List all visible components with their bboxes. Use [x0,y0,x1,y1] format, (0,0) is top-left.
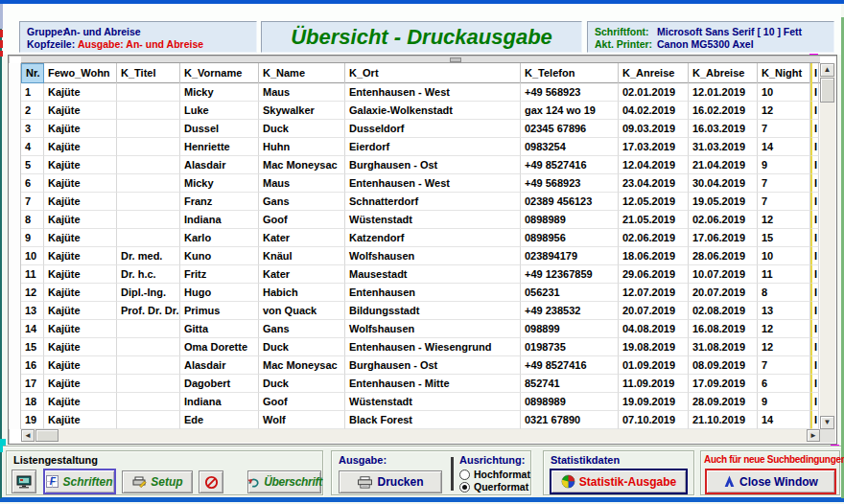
table-cell[interactable]: 12.05.2019 [619,193,689,211]
table-cell[interactable]: 28.06.2019 [689,247,758,265]
table-cell[interactable]: Dipl.-Ing. [117,284,180,302]
column-header-k_anreise[interactable]: K_Anreise [619,63,689,83]
table-cell[interactable]: 13 [758,302,810,320]
table-cell[interactable]: 18 [21,393,44,411]
disable-button[interactable] [199,470,223,493]
table-cell[interactable]: 21.04.2019 [689,156,758,174]
table-cell[interactable]: +49 12367859 [521,265,619,284]
table-cell[interactable] [117,338,180,356]
table-cell[interactable]: Micky [180,174,259,193]
table-cell[interactable]: 02.08.2019 [689,302,758,320]
table-cell[interactable]: Franz [180,193,259,211]
table-cell[interactable]: 3 [21,120,44,138]
table-cell[interactable]: Galaxie-Wolkenstadt [345,102,521,120]
table-cell[interactable]: 15 [758,229,810,247]
table-cell[interactable]: Kajüte [44,393,117,411]
radio-querformat[interactable]: Querformat [459,481,528,493]
table-row[interactable]: 7KajüteFranzGansSchnatterdorf02389 45612… [21,193,820,211]
table-cell[interactable]: 12.07.2019 [619,284,689,302]
table-cell[interactable]: 02.06.2019 [689,211,758,229]
table-cell[interactable]: Kajüte [44,102,117,120]
column-header-k_night[interactable]: K_Night [758,63,810,83]
table-cell[interactable]: 1 [21,83,44,102]
table-row[interactable]: 18KajüteIndianaGoofWüstenstadt089898919.… [21,393,820,411]
column-header-k_vorname[interactable]: K_Vorname [180,63,259,83]
table-cell[interactable]: 0321 67890 [521,411,619,429]
table-cell[interactable]: Kajüte [44,138,117,156]
table-cell[interactable]: Wolfshausen [345,247,521,265]
table-cell[interactable]: 14 [758,138,810,156]
table-cell[interactable] [117,120,180,138]
table-cell[interactable]: 12 [758,338,810,356]
table-cell[interactable]: Henriette [180,138,259,156]
table-cell[interactable]: 20.07.2019 [619,302,689,320]
table-cell[interactable]: 6 [758,375,810,393]
radio-circle[interactable] [459,470,470,480]
table-cell[interactable]: Gans [259,320,345,338]
table-cell[interactable]: Ede [180,411,259,429]
table-cell[interactable]: Duck [259,338,345,356]
table-cell[interactable]: Entenhausen - Mitte [345,375,521,393]
table-cell[interactable]: Wolfshausen [345,320,521,338]
table-cell[interactable]: Kajüte [44,411,117,429]
column-header-fewo_wohn[interactable]: Fewo_Wohn [44,63,117,83]
table-cell[interactable]: 20.07.2019 [689,284,758,302]
table-row[interactable]: 2KajüteLukeSkywalkerGalaxie-Wolkenstadtg… [21,102,820,120]
table-row[interactable]: 14KajüteGittaGansWolfshausen09889904.08.… [21,320,820,338]
table-cell[interactable]: Gans [259,193,345,211]
table-cell[interactable]: Kajüte [44,193,117,211]
table-cell[interactable]: Burghausen - Ost [345,356,521,375]
table-cell[interactable]: Kajüte [44,120,117,138]
table-row[interactable]: 16KajüteAlasdairMac MoneysacBurghausen -… [21,356,820,375]
table-cell[interactable]: 21.10.2019 [689,411,758,429]
table-cell[interactable]: 17.03.2019 [619,138,689,156]
table-cell[interactable]: 4 [21,138,44,156]
table-cell[interactable]: +49 8527416 [521,156,619,174]
table-cell[interactable]: 13 [21,302,44,320]
table-cell[interactable]: 10 [21,247,44,265]
table-cell[interactable]: 7 [21,193,44,211]
table-cell[interactable]: Kajüte [44,83,117,102]
table-cell[interactable]: Kajüte [44,211,117,229]
table-cell[interactable]: 07.10.2019 [619,411,689,429]
table-cell[interactable]: Goof [259,393,345,411]
table-cell[interactable]: 28.09.2019 [689,393,758,411]
table-cell[interactable]: 9 [758,156,810,174]
vertical-scrollbar[interactable]: ▲ ▼ [820,63,835,429]
table-cell[interactable]: 10 [758,247,810,265]
table-cell[interactable]: Kater [259,265,345,284]
table-row[interactable]: 8KajüteIndianaGoofWüstenstadt089898921.0… [21,211,820,229]
table-cell[interactable]: Prof. Dr. Dr. [117,302,180,320]
table-cell[interactable]: 16 [21,356,44,375]
table-cell[interactable]: von Quack [259,302,345,320]
radio-hochformat[interactable]: Hochformat [459,469,530,480]
table-cell[interactable]: 21.05.2019 [619,211,689,229]
scroll-down-button[interactable]: ▼ [820,416,834,429]
ueberschrift-button[interactable]: Überschrift [247,470,321,493]
table-cell[interactable]: Duck [259,120,345,138]
table-cell[interactable]: 7 [758,356,810,375]
table-cell[interactable] [117,102,180,120]
table-cell[interactable]: Kajüte [44,302,117,320]
table-row[interactable]: 15KajüteOma DoretteDuckEntenhausen - Wie… [21,338,820,356]
column-header-nr.[interactable]: Nr. [21,63,44,83]
table-cell[interactable]: Gitta [180,320,259,338]
table-cell[interactable]: 0898956 [521,229,619,247]
table-cell[interactable]: 31.08.2019 [689,338,758,356]
table-cell[interactable]: 30.04.2019 [689,174,758,193]
table-cell[interactable]: 15 [21,338,44,356]
table-cell[interactable]: Micky [180,83,259,102]
table-cell[interactable] [117,320,180,338]
table-cell[interactable]: 023894179 [521,247,619,265]
table-cell[interactable]: 098899 [521,320,619,338]
table-cell[interactable]: 17.09.2019 [689,375,758,393]
column-header-k_telefon[interactable]: K_Telefon [521,63,619,83]
table-cell[interactable]: Karlo [180,229,259,247]
table-cell[interactable] [117,356,180,375]
table-cell[interactable]: Kajüte [44,356,117,375]
table-row[interactable]: 17KajüteDagobertDuckEntenhausen - Mitte8… [21,375,820,393]
table-cell[interactable]: Wüstenstadt [345,393,521,411]
table-cell[interactable]: Maus [259,83,345,102]
table-cell[interactable]: 04.02.2019 [619,102,689,120]
table-cell[interactable]: Alasdair [180,156,259,174]
